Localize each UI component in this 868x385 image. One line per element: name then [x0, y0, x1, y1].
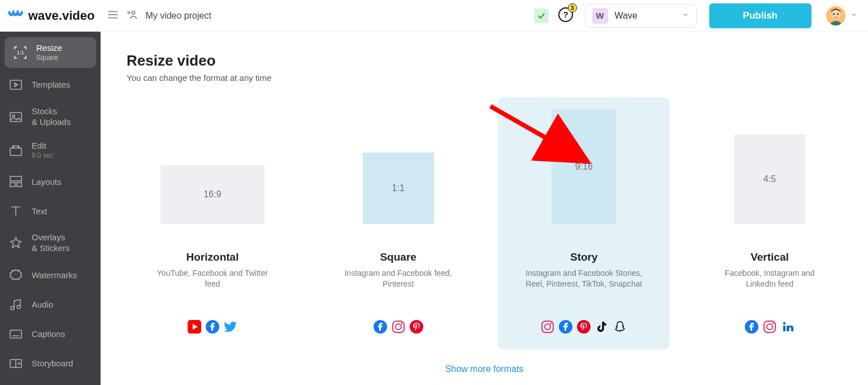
brand-initial: W	[592, 8, 608, 24]
page-title: Resize video	[127, 52, 868, 70]
svg-marker-21	[11, 237, 21, 248]
templates-icon	[8, 77, 24, 93]
logo-text: wave.video	[28, 8, 94, 23]
menu-icon[interactable]	[107, 8, 119, 23]
help-icon[interactable]: ? 3	[558, 7, 574, 25]
sidebar-item-resize[interactable]: 1:1 Resize Square	[5, 37, 96, 68]
svg-rect-15	[10, 113, 21, 122]
format-card-story[interactable]: 9:16 Story Instagram and Facebook Storie…	[498, 97, 670, 349]
svg-rect-17	[10, 148, 21, 155]
svg-text:1:1: 1:1	[17, 50, 24, 55]
avatar[interactable]	[826, 6, 845, 25]
card-title: Square	[318, 251, 479, 263]
svg-point-46	[772, 322, 774, 324]
text-icon	[8, 203, 24, 219]
facebook-icon	[206, 320, 219, 334]
sidebar-item-sublabel: & Uploads	[32, 117, 71, 128]
svg-rect-19	[10, 183, 15, 187]
pinterest-icon	[577, 320, 591, 334]
resize-icon: 1:1	[12, 45, 28, 60]
facebook-icon	[374, 320, 387, 334]
layouts-icon	[8, 174, 24, 189]
sidebar-item-label: Layouts	[32, 177, 62, 187]
card-desc: Facebook, Instagram and LinkedIn feed	[710, 268, 829, 289]
main-content: Resize video You can change the format a…	[101, 32, 868, 385]
audio-icon	[8, 297, 24, 313]
sidebar-item-layouts[interactable]: Layouts	[0, 167, 101, 196]
sidebar-item-text[interactable]: Text	[0, 196, 101, 226]
svg-point-40	[550, 322, 552, 324]
svg-point-23	[17, 305, 20, 309]
pinterest-icon	[410, 320, 423, 334]
instagram-icon	[763, 320, 776, 334]
sidebar-item-label: Overlays	[32, 232, 70, 243]
svg-point-36	[401, 322, 402, 324]
sidebar-item-enhancers[interactable]: Enhancers	[0, 378, 101, 386]
instagram-icon	[541, 320, 554, 334]
tiktok-icon	[595, 320, 609, 334]
format-card-square[interactable]: 1:1 Square Instagram and Facebook feed, …	[313, 97, 484, 349]
svg-point-45	[767, 324, 772, 330]
sidebar-item-stocks[interactable]: Stocks & Uploads	[0, 100, 101, 135]
sidebar-item-overlays[interactable]: Overlays & Stickers	[0, 226, 101, 261]
sidebar-item-edit[interactable]: Edit 9.0 sec	[0, 134, 101, 167]
youtube-icon	[188, 320, 201, 334]
add-person-icon[interactable]	[127, 8, 140, 23]
sidebar-item-storyboard[interactable]: Storyboard	[0, 349, 101, 378]
svg-point-35	[396, 324, 401, 330]
sidebar: 1:1 Resize Square Templates Stocks & Upl…	[0, 32, 101, 385]
sidebar-item-sublabel: Square	[36, 54, 62, 62]
top-bar: wave.video My video project ? 3 W Wave P…	[0, 0, 868, 32]
brand-name: Wave	[615, 11, 682, 21]
avatar-chevron-down-icon[interactable]	[850, 11, 858, 21]
wave-logo-icon	[8, 7, 25, 24]
ratio-label: 16:9	[160, 165, 264, 224]
captions-icon	[8, 326, 24, 342]
sidebar-item-audio[interactable]: Audio	[0, 290, 101, 319]
format-card-vertical[interactable]: 4:5 Vertical Facebook, Instagram and Lin…	[684, 97, 856, 349]
svg-point-16	[12, 115, 15, 117]
brand-dropdown[interactable]: W Wave	[585, 4, 697, 28]
page-subtitle: You can change the format at any time	[127, 73, 868, 83]
svg-point-22	[11, 306, 14, 310]
sidebar-item-label: Watermarks	[32, 270, 77, 280]
card-title: Vertical	[689, 251, 850, 263]
svg-point-3	[132, 11, 136, 14]
svg-point-10	[833, 13, 835, 15]
svg-rect-38	[542, 321, 553, 332]
status-check-icon[interactable]	[534, 8, 549, 23]
sidebar-item-label: Edit	[32, 141, 54, 152]
svg-rect-13	[10, 80, 21, 89]
sidebar-item-label: Audio	[32, 300, 53, 309]
sidebar-item-watermarks[interactable]: Watermarks	[0, 261, 101, 290]
card-desc: YouTube, Facebook and Twitter feed	[153, 268, 272, 289]
snapchat-icon	[613, 320, 627, 334]
facebook-icon	[745, 320, 758, 334]
show-more-link[interactable]: Show more formats	[101, 364, 868, 374]
sidebar-item-label: Storyboard	[32, 358, 73, 368]
card-desc: Instagram and Facebook Stories, Reel, Pi…	[524, 268, 643, 289]
sidebar-item-label: Stocks	[32, 106, 71, 117]
watermarks-icon	[8, 267, 24, 283]
sidebar-item-label: Templates	[32, 80, 70, 89]
svg-point-39	[545, 324, 550, 330]
logo[interactable]: wave.video	[8, 7, 94, 24]
edit-icon	[8, 142, 24, 158]
svg-rect-24	[10, 330, 21, 338]
project-title[interactable]: My video project	[145, 11, 211, 21]
svg-marker-14	[15, 83, 18, 86]
publish-button[interactable]: Publish	[709, 3, 811, 28]
card-title: Story	[504, 251, 664, 263]
overlays-icon	[8, 235, 24, 251]
sidebar-item-label: Text	[32, 206, 47, 216]
sidebar-item-captions[interactable]: Captions	[0, 319, 101, 349]
sidebar-item-templates[interactable]: Templates	[0, 70, 101, 100]
svg-rect-20	[17, 183, 21, 187]
format-card-horizontal[interactable]: 16:9 Horizontal YouTube, Facebook and Tw…	[127, 97, 298, 349]
sidebar-item-sublabel: 9.0 sec	[32, 152, 54, 160]
ratio-label: 4:5	[734, 135, 805, 224]
chevron-down-icon	[682, 11, 689, 21]
linkedin-icon	[781, 320, 795, 334]
ratio-label: 9:16	[552, 110, 616, 224]
sidebar-item-sublabel: & Stickers	[32, 243, 70, 254]
